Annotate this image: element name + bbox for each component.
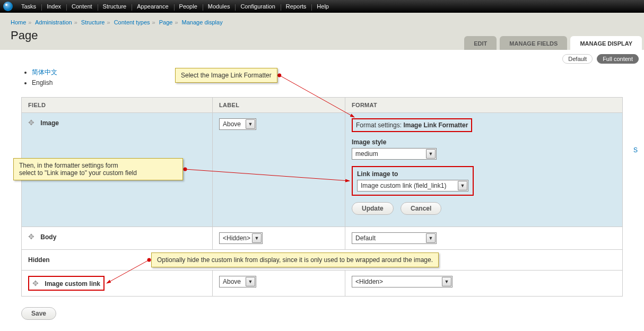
annotation-callout: Then, in the formatter settings form sel… — [13, 158, 183, 180]
breadcrumb-link[interactable]: Administration — [35, 19, 72, 25]
field-name: Image custom link — [45, 280, 100, 288]
link-image-to-label: Link image to — [357, 170, 468, 178]
col-field: FIELD — [22, 98, 213, 113]
toolbar-item[interactable]: Tasks — [16, 3, 41, 10]
page-header: Home» Administration» Structure» Content… — [0, 13, 644, 50]
cancel-button[interactable]: Cancel — [401, 202, 441, 215]
language-link[interactable]: 简体中文 — [32, 68, 57, 76]
toolbar-item[interactable]: Structure — [98, 3, 132, 10]
toolbar-item[interactable]: Modules — [203, 3, 236, 10]
image-style-label: Image style — [352, 138, 616, 146]
chevron-down-icon: ▼ — [246, 119, 255, 129]
label-select[interactable]: <Hidden> ▼ — [219, 232, 263, 244]
select-value: Default — [355, 234, 376, 242]
annotation-callout: Select the Image Link Formatter — [175, 68, 277, 83]
breadcrumb-link[interactable]: Page — [159, 19, 173, 25]
chevron-down-icon: ▼ — [442, 277, 451, 286]
update-button[interactable]: Update — [352, 202, 394, 215]
label-select[interactable]: Above ▼ — [219, 118, 256, 130]
chevron-down-icon: ▼ — [426, 149, 436, 159]
image-style-select[interactable]: medium ▼ — [352, 148, 437, 160]
breadcrumb-link[interactable]: Structure — [81, 19, 105, 25]
label-select[interactable]: Above ▼ — [219, 276, 256, 288]
chevron-down-icon: ▼ — [246, 277, 255, 286]
tab-manage-display[interactable]: Manage Display — [570, 36, 642, 50]
table-row: ✥ Body <Hidden> ▼ Default ▼ — [22, 227, 623, 250]
chevron-down-icon: ▼ — [252, 233, 262, 243]
secondary-tabs: Default Full content — [0, 50, 644, 68]
select-value: Image custom link (field_link1) — [361, 182, 446, 189]
field-custom-link-highlight: ✥ Image custom link — [28, 276, 105, 291]
format-select[interactable]: <Hidden> ▼ — [352, 276, 452, 288]
field-name: Image — [40, 119, 59, 127]
admin-toolbar: Tasks Index Content Structure Appearance… — [0, 0, 644, 13]
save-button[interactable]: Save — [21, 307, 56, 320]
tab-edit[interactable]: Edit — [464, 36, 497, 50]
breadcrumb: Home» Administration» Structure» Content… — [11, 18, 633, 29]
select-value: Above — [223, 278, 241, 285]
table-row: ✥ Image custom link Above ▼ <Hidden> ▼ — [22, 271, 623, 297]
breadcrumb-link[interactable]: Content types — [114, 19, 150, 25]
language-list: 简体中文 English — [32, 68, 623, 86]
toolbar-item[interactable]: People — [174, 3, 203, 10]
annotation-callout: Optionally hide the custom link from dis… — [151, 252, 439, 267]
content-region: S 简体中文 English FIELD LABEL FORMAT ✥ Imag… — [0, 68, 644, 331]
breadcrumb-link[interactable]: Manage display — [182, 19, 223, 25]
subtab-full-content[interactable]: Full content — [597, 54, 639, 64]
toolbar-item[interactable]: Content — [66, 3, 98, 10]
subtab-default[interactable]: Default — [562, 54, 593, 64]
drag-handle-icon[interactable]: ✥ — [28, 232, 36, 241]
tab-manage-fields[interactable]: Manage Fields — [500, 36, 567, 50]
drag-handle-icon[interactable]: ✥ — [32, 279, 40, 288]
toolbar-item[interactable]: Configuration — [235, 3, 280, 10]
select-value: <Hidden> — [223, 234, 250, 242]
select-value: medium — [355, 150, 378, 158]
select-value: <Hidden> — [355, 278, 383, 285]
link-image-to-group: Link image to Image custom link (field_l… — [352, 166, 474, 196]
toolbar-item[interactable]: Reports — [281, 3, 312, 10]
col-format: FORMAT — [345, 98, 623, 113]
shortcut-link[interactable]: S — [633, 146, 638, 154]
drupal-logo-icon — [3, 2, 13, 11]
language-current: English — [32, 79, 623, 86]
chevron-down-icon: ▼ — [426, 233, 436, 243]
field-name: Body — [40, 233, 56, 241]
link-image-to-select[interactable]: Image custom link (field_link1) ▼ — [357, 180, 468, 191]
toolbar-item[interactable]: Help — [311, 3, 334, 10]
format-settings-form: Format settings: Image Link Formatter Im… — [352, 118, 616, 215]
breadcrumb-link[interactable]: Home — [11, 19, 26, 25]
select-value: Above — [223, 120, 241, 128]
primary-tabs: Edit Manage Fields Manage Display — [464, 36, 644, 50]
toolbar-item[interactable]: Appearance — [132, 3, 173, 10]
drag-handle-icon[interactable]: ✥ — [28, 118, 36, 127]
toolbar-item[interactable]: Index — [41, 3, 66, 10]
col-label: LABEL — [213, 98, 345, 113]
chevron-down-icon: ▼ — [458, 181, 467, 190]
format-select[interactable]: Default ▼ — [352, 232, 437, 244]
format-settings-label: Format settings: Image Link Formatter — [352, 118, 472, 132]
